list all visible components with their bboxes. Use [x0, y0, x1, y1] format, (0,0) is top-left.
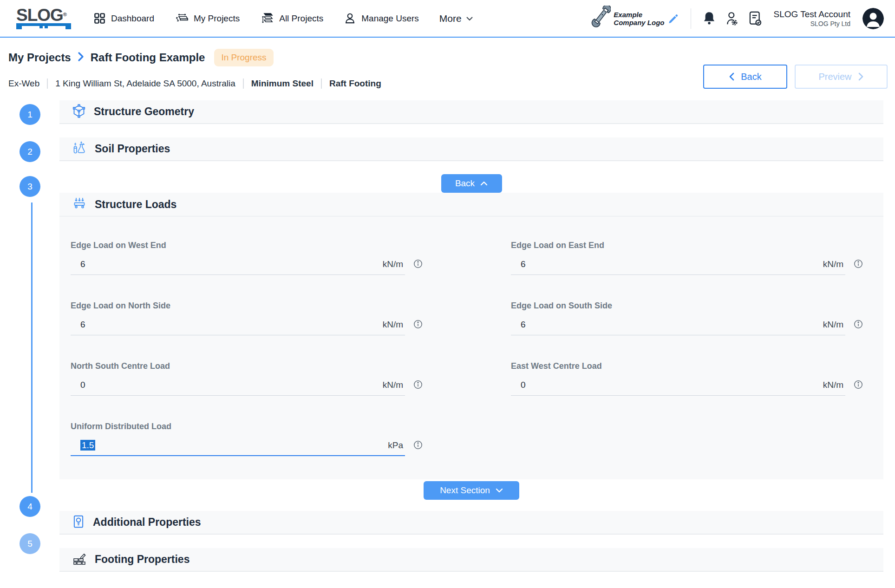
- section-additional-properties[interactable]: Additional Properties: [59, 511, 883, 535]
- info-icon[interactable]: [413, 320, 423, 329]
- avatar[interactable]: [862, 8, 884, 29]
- info-icon[interactable]: [854, 259, 863, 268]
- section-soil-properties[interactable]: Soil Properties: [59, 137, 883, 161]
- chevron-left-icon: [729, 72, 734, 81]
- field-label: East West Centre Load: [511, 361, 863, 371]
- breadcrumb-my-projects[interactable]: My Projects: [8, 51, 71, 64]
- section-title: Additional Properties: [93, 516, 201, 529]
- nav-dashboard[interactable]: Dashboard: [93, 12, 154, 25]
- edge-load-south-input[interactable]: 6 kN/m: [511, 318, 845, 335]
- field-label: Edge Load on West End: [71, 241, 423, 250]
- step-1-circle[interactable]: 1: [20, 104, 40, 125]
- chevron-down-icon: [466, 16, 473, 21]
- field-east-west-centre: East West Centre Load 0 kN/m: [511, 361, 863, 396]
- step-3-circle[interactable]: 3: [20, 176, 40, 197]
- slog-logo-text: SLOG®: [16, 7, 66, 23]
- selected-field-value: 1.5: [80, 440, 95, 451]
- stepper-rail: 1 2 3 4 5: [0, 100, 59, 572]
- field-uniform-distributed-load: Uniform Distributed Load 1.5 kPa: [71, 422, 423, 456]
- collapse-section-button[interactable]: Back: [441, 174, 502, 193]
- field-edge-load-east: Edge Load on East End 6 kN/m: [511, 241, 863, 275]
- nav-manage-users-label: Manage Users: [361, 13, 419, 24]
- field-label: Edge Load on South Side: [511, 301, 863, 311]
- meta-mode: Ex-Web: [8, 78, 39, 89]
- info-icon[interactable]: [413, 259, 423, 268]
- page: SLOG® Dashboard: [0, 0, 895, 588]
- wizard-main: 1 2 3 4 5 Structure Geometry: [0, 100, 895, 572]
- uniform-distributed-load-input[interactable]: 1.5 kPa: [71, 438, 405, 456]
- east-west-centre-input[interactable]: 0 kN/m: [511, 378, 845, 396]
- account-org: SLOG Pty Ltd: [774, 20, 850, 28]
- field-label: Edge Load on East End: [511, 241, 863, 250]
- section-structure-loads-panel: Structure Loads Edge Load on West End 6 …: [59, 193, 883, 479]
- nav-more-label: More: [439, 13, 462, 24]
- stacked-slabs-icon: [260, 12, 274, 25]
- nav-my-projects-label: My Projects: [194, 13, 240, 24]
- back-button[interactable]: Back: [703, 65, 787, 89]
- soil-test-icon: [72, 141, 86, 157]
- chevron-down-icon: [496, 488, 503, 493]
- meta-separator: [243, 78, 244, 89]
- nav-dashboard-label: Dashboard: [111, 13, 154, 24]
- top-right-tools: Example Company Logo SLOG Test Account S…: [589, 6, 884, 32]
- field-value: 6: [80, 259, 383, 269]
- account-name: SLOG Test Account: [774, 9, 850, 20]
- cube-icon: [72, 104, 85, 120]
- field-unit: kPa: [388, 440, 403, 451]
- section-title: Soil Properties: [95, 143, 170, 155]
- step-4-circle[interactable]: 4: [20, 496, 40, 517]
- chevron-right-icon: [78, 52, 84, 64]
- section-footing-properties[interactable]: Footing Properties: [59, 548, 883, 572]
- meta-footing-type: Raft Footing: [329, 78, 381, 89]
- nav-more[interactable]: More: [439, 13, 473, 24]
- slab-icon: [175, 12, 189, 25]
- user-gear-icon[interactable]: [725, 11, 739, 26]
- next-section-button[interactable]: Next Section: [424, 481, 519, 500]
- user-icon: [344, 12, 356, 25]
- edge-load-north-input[interactable]: 6 kN/m: [71, 318, 405, 335]
- field-value: 0: [80, 380, 383, 390]
- section-structure-geometry[interactable]: Structure Geometry: [59, 100, 883, 124]
- field-value: 6: [80, 320, 383, 330]
- preview-button[interactable]: Preview: [795, 65, 888, 89]
- info-icon[interactable]: [854, 380, 863, 389]
- meta-design-option: Minimum Steel: [251, 78, 314, 89]
- step-5-circle[interactable]: 5: [20, 533, 40, 554]
- field-value: 6: [521, 320, 823, 330]
- nav-manage-users[interactable]: Manage Users: [344, 12, 419, 25]
- document-check-icon[interactable]: [748, 10, 763, 27]
- edge-load-east-input[interactable]: 6 kN/m: [511, 257, 845, 275]
- info-icon[interactable]: [413, 440, 423, 450]
- breadcrumb: My Projects Raft Footing Example In Prog…: [7, 49, 888, 66]
- field-edge-load-north: Edge Load on North Side 6 kN/m: [71, 301, 423, 335]
- slog-logo[interactable]: SLOG®: [16, 7, 71, 30]
- nav-all-projects[interactable]: All Projects: [260, 12, 323, 25]
- section-title: Structure Geometry: [94, 105, 194, 118]
- section-title: Structure Loads: [95, 198, 176, 211]
- chevron-right-icon: [858, 72, 864, 81]
- meta-separator: [47, 78, 48, 89]
- nav-all-projects-label: All Projects: [279, 13, 323, 24]
- company-logo-text: Example Company Logo: [614, 11, 664, 26]
- dashboard-grid-icon: [93, 12, 106, 25]
- bell-icon[interactable]: [702, 11, 716, 26]
- step-2-circle[interactable]: 2: [20, 141, 40, 162]
- head-actions: Back Preview: [703, 65, 888, 89]
- info-icon[interactable]: [413, 380, 423, 389]
- company-logo[interactable]: Example Company Logo: [589, 6, 679, 32]
- structure-loads-form: Edge Load on West End 6 kN/m Edge Load o…: [59, 216, 883, 479]
- field-label: Edge Load on North Side: [71, 301, 423, 311]
- info-icon[interactable]: [854, 320, 863, 329]
- loads-icon: [72, 197, 86, 212]
- field-unit: kN/m: [383, 259, 403, 269]
- edge-load-west-input[interactable]: 6 kN/m: [71, 257, 405, 275]
- field-label: North South Centre Load: [71, 361, 423, 371]
- edit-pencil-icon[interactable]: [667, 13, 679, 25]
- north-south-centre-input[interactable]: 0 kN/m: [71, 378, 405, 396]
- nav-my-projects[interactable]: My Projects: [175, 12, 240, 25]
- field-value: 0: [521, 380, 823, 390]
- chevron-up-icon: [480, 181, 488, 186]
- section-structure-loads[interactable]: Structure Loads: [59, 193, 883, 216]
- field-unit: kN/m: [383, 320, 403, 330]
- field-unit: kN/m: [383, 380, 403, 390]
